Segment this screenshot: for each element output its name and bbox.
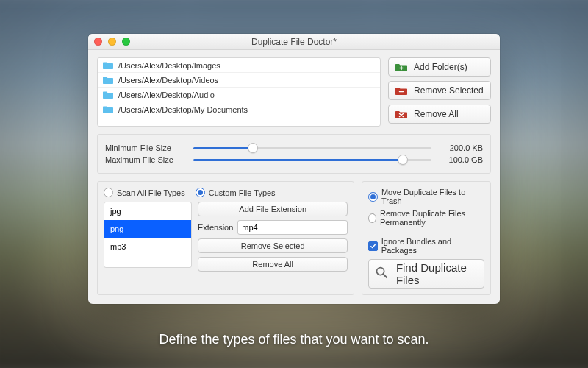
folder-icon — [102, 105, 114, 114]
radio-label: Custom File Types — [209, 188, 276, 197]
folder-icon — [102, 90, 114, 99]
remove-selected-ext-button[interactable]: Remove Selected — [198, 238, 348, 253]
radio-icon — [104, 188, 113, 197]
radio-icon — [196, 188, 205, 197]
max-size-value: 100.0 GB — [439, 155, 483, 164]
radio-custom[interactable]: Custom File Types — [196, 188, 276, 197]
remove-all-icon — [395, 109, 408, 119]
folder-icon — [102, 60, 114, 70]
list-item[interactable]: /Users/Alex/Desktop/Images — [98, 58, 380, 73]
button-label: Add Folder(s) — [414, 62, 467, 72]
slider-thumb-icon[interactable] — [248, 143, 258, 153]
button-label: Remove All — [414, 109, 459, 119]
find-duplicates-button[interactable]: Find Duplicate Files — [368, 259, 484, 289]
folder-path: /Users/Alex/Desktop/My Documents — [118, 105, 248, 114]
button-label: Find Duplicate Files — [396, 261, 478, 286]
minimize-icon[interactable] — [108, 38, 116, 46]
min-size-slider[interactable] — [193, 147, 431, 149]
extension-list[interactable]: jpg png mp3 — [104, 202, 192, 268]
list-item[interactable]: mp3 — [104, 238, 191, 255]
radio-move-trash[interactable]: Move Duplicate Files to Trash — [368, 188, 484, 205]
folder-path: /Users/Alex/Desktop/Videos — [118, 76, 218, 85]
maximize-icon[interactable] — [122, 38, 130, 46]
add-folder-button[interactable]: Add Folder(s) — [388, 57, 491, 77]
list-item[interactable]: jpg — [104, 202, 191, 220]
min-size-label: Minimum File Size — [105, 144, 186, 152]
list-item[interactable]: /Users/Alex/Desktop/My Documents — [98, 102, 380, 116]
extension-input[interactable] — [237, 220, 348, 235]
folder-list[interactable]: /Users/Alex/Desktop/Images /Users/Alex/D… — [97, 57, 381, 127]
app-window: Duplicate File Doctor* /Users/Alex/Deskt… — [88, 34, 500, 304]
checkbox-label: Ignore Bundles and Packages — [381, 237, 484, 255]
folder-path: /Users/Alex/Desktop/Audio — [118, 91, 215, 99]
list-item[interactable]: png — [104, 220, 191, 238]
max-size-slider[interactable] — [193, 159, 431, 161]
checkbox-icon — [368, 241, 378, 251]
close-icon[interactable] — [94, 38, 102, 46]
remove-all-ext-button[interactable]: Remove All — [198, 257, 348, 272]
remove-all-button[interactable]: Remove All — [388, 105, 491, 124]
promo-caption: Define the types of files that you want … — [0, 332, 588, 347]
list-item[interactable]: /Users/Alex/Desktop/Audio — [98, 88, 380, 102]
add-folder-icon — [395, 62, 408, 72]
radio-icon — [368, 192, 378, 202]
add-extension-button[interactable]: Add File Extension — [198, 202, 348, 216]
radio-icon — [368, 213, 376, 223]
actions-panel: Move Duplicate Files to Trash Remove Dup… — [362, 181, 491, 295]
remove-folder-icon — [395, 85, 408, 96]
slider-thumb-icon[interactable] — [398, 155, 408, 165]
magnifier-icon — [375, 266, 389, 282]
window-title: Duplicate File Doctor* — [251, 37, 337, 47]
list-item[interactable]: /Users/Alex/Desktop/Videos — [98, 73, 380, 88]
checkbox-ignore-bundles[interactable]: Ignore Bundles and Packages — [368, 237, 484, 255]
title-bar[interactable]: Duplicate File Doctor* — [88, 34, 500, 50]
folder-icon — [102, 75, 114, 85]
extension-label: Extension — [198, 223, 233, 232]
radio-remove-permanently[interactable]: Remove Duplicate Files Permanently — [368, 209, 484, 227]
filetypes-panel: Scan All File Types Custom File Types jp… — [97, 181, 354, 295]
radio-label: Move Duplicate Files to Trash — [381, 188, 484, 205]
remove-selected-button[interactable]: Remove Selected — [388, 81, 491, 100]
radio-scan-all[interactable]: Scan All File Types — [104, 188, 185, 197]
min-size-value: 200.0 KB — [439, 144, 483, 152]
max-size-label: Maximum File Size — [105, 155, 186, 164]
button-label: Remove Selected — [414, 85, 484, 96]
radio-label: Remove Duplicate Files Permanently — [380, 209, 484, 227]
folder-path: /Users/Alex/Desktop/Images — [118, 61, 220, 70]
radio-label: Scan All File Types — [117, 188, 185, 197]
